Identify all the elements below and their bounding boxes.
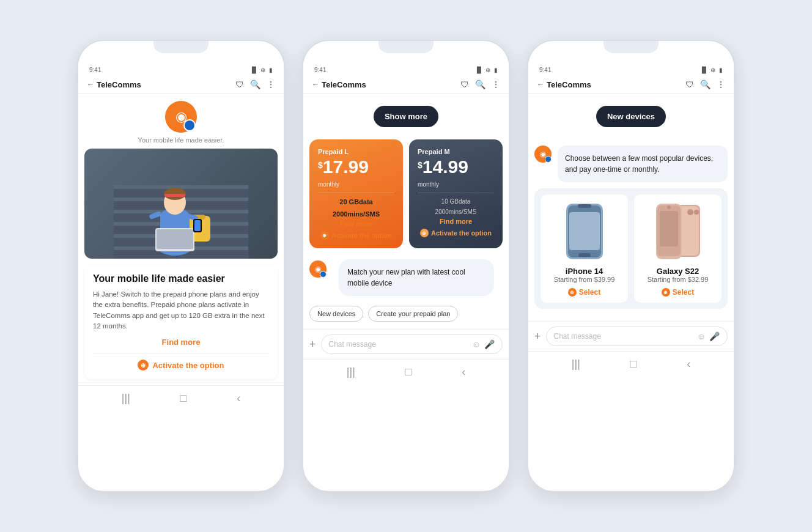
iphone-img-wrap (547, 201, 622, 262)
new-devices-wrap: New devices (528, 94, 734, 139)
back-button-1[interactable]: ← (87, 80, 94, 89)
home-indicator-2: ||| (347, 366, 355, 379)
iphone-select[interactable]: ⊕ Select (547, 288, 622, 297)
galaxy-select[interactable]: ⊕ Select (640, 288, 715, 297)
chat-input-bar-3: + Chat message ☺ 🎤 (528, 321, 734, 351)
bottom-bar-2: ||| □ ‹ (303, 359, 509, 383)
more-icon-1[interactable]: ⋮ (267, 79, 275, 89)
hero-image (84, 149, 278, 259)
notch-cutout-2 (378, 41, 434, 53)
notch-3 (528, 41, 734, 63)
back-button-3[interactable]: ← (537, 80, 544, 89)
plan-card-2: Prepaid M $ 14.99 monthly 10 GBdata 2000… (409, 139, 503, 248)
nav-title-3: TeleComms (547, 80, 685, 89)
plan2-activate[interactable]: ⊕ Activate the option (418, 229, 494, 237)
bot-logo-icon-3: ◉ (540, 150, 546, 158)
back-button-2[interactable]: ← (312, 80, 319, 89)
svg-rect-24 (578, 253, 591, 257)
status-bar-3: 9:41 ▉ ⊕ ▮ (528, 63, 734, 76)
phone1-card: Your mobile life made easier Hi Jane! Sw… (84, 265, 278, 379)
galaxy-select-label: Select (673, 288, 694, 297)
plan2-find[interactable]: Find more (418, 218, 494, 225)
bot-logo: ◉ (309, 260, 327, 278)
chat-plus-icon-2[interactable]: + (309, 338, 316, 351)
emoji-icon-3[interactable]: ☺ (697, 331, 706, 341)
galaxy-price: Starting from $32.99 (640, 276, 715, 283)
galaxy-svg (654, 202, 703, 260)
plan1-activate[interactable]: ⊕ Activate the option (318, 231, 394, 240)
plan1-label: Prepaid L (318, 148, 394, 155)
chat-input-bar-2: + Chat message ☺ 🎤 (303, 329, 509, 359)
svg-point-28 (694, 210, 699, 215)
show-more-bubble[interactable]: Show more (374, 106, 438, 127)
chip-new-devices[interactable]: New devices (309, 306, 363, 322)
card-body-1: Hi Jane! Switch to the prepaid phone pla… (93, 289, 269, 331)
plan-card-1: Prepaid L $ 17.99 monthly 20 GBdata 2000… (309, 139, 403, 248)
search-icon-1[interactable]: 🔍 (250, 79, 260, 89)
plan1-data: 20 GBdata (318, 198, 394, 205)
svg-rect-17 (157, 229, 193, 249)
battery-icon-3: ▮ (719, 67, 723, 73)
notch-cutout-3 (603, 41, 659, 53)
iphone-svg (563, 202, 606, 260)
more-icon-3[interactable]: ⋮ (717, 79, 725, 89)
emoji-icon-2[interactable]: ☺ (472, 339, 481, 349)
nav-actions-3: 🛡 🔍 ⋮ (685, 79, 725, 89)
nav-title-1: TeleComms (97, 80, 235, 89)
status-icons-3: ▉ ⊕ ▮ (702, 67, 723, 73)
chat-icons-2: ☺ 🎤 (472, 339, 495, 349)
bottom-bar-1: ||| □ ‹ (78, 385, 284, 410)
svg-rect-23 (569, 212, 600, 250)
chat-input-3[interactable]: Chat message ☺ 🎤 (546, 327, 728, 346)
find-more-link-1[interactable]: Find more (93, 338, 269, 347)
mic-icon-2[interactable]: 🎤 (484, 339, 495, 349)
battery-icon: ▮ (269, 67, 273, 73)
plan2-label: Prepaid M (418, 148, 494, 155)
bot-message-wrap: ◉ Match your new plan with latest cool m… (312, 259, 500, 296)
plan2-data: 10 GBdata (418, 198, 494, 205)
iphone-select-label: Select (579, 288, 600, 297)
plan2-dollar: $ (418, 160, 423, 170)
triangle-icon-3: ‹ (687, 358, 690, 371)
mic-icon-3[interactable]: 🎤 (709, 331, 720, 341)
plan1-divider (318, 193, 394, 193)
triangle-icon-1: ‹ (237, 392, 240, 405)
shield-icon-1: 🛡 (235, 79, 244, 89)
new-devices-bubble: New devices (596, 106, 666, 127)
more-icon-2[interactable]: ⋮ (492, 79, 500, 89)
plan1-price-wrap: $ 17.99 (318, 158, 394, 176)
chat-input-2[interactable]: Chat message ☺ 🎤 (321, 334, 503, 354)
search-icon-3[interactable]: 🔍 (700, 79, 711, 89)
bottom-bar-3: ||| □ ‹ (528, 351, 734, 375)
signal-icon-3: ▉ (702, 67, 707, 73)
bot-avatar-3: ◉ (534, 146, 552, 163)
triangle-icon-2: ‹ (462, 366, 465, 379)
search-icon-2[interactable]: 🔍 (475, 79, 485, 89)
show-more-label: Show more (385, 112, 427, 121)
bot-message-bubble: Match your new plan with latest cool mob… (339, 259, 494, 296)
activate-btn-1[interactable]: ⊕ Activate the option (93, 360, 269, 371)
nav-actions-1: 🛡 🔍 ⋮ (235, 79, 275, 89)
phone-1: 9:41 ▉ ⊕ ▮ ← TeleComms 🛡 🔍 ⋮ ◉ Your mobi… (77, 40, 285, 492)
bot-message-text: Match your new plan with latest cool mob… (347, 268, 465, 287)
nav-actions-2: 🛡 🔍 ⋮ (460, 79, 500, 89)
activate-icon-1: ⊕ (138, 360, 149, 371)
plan2-divider (418, 193, 494, 193)
chat-icons-3: ☺ 🎤 (697, 331, 720, 341)
plan1-find[interactable]: Find more (318, 220, 394, 227)
plan1-amount: 17.99 (323, 158, 369, 176)
svg-point-27 (687, 209, 693, 215)
svg-rect-13 (164, 194, 185, 197)
divider-1 (93, 353, 269, 353)
plan-cards: Prepaid L $ 17.99 monthly 20 GBdata 2000… (303, 139, 509, 254)
notch-1 (78, 41, 284, 63)
square-icon-2: □ (405, 366, 412, 379)
nav-bar-1: ← TeleComms 🛡 🔍 ⋮ (78, 76, 284, 94)
chip-create-plan[interactable]: Create your prepaid plan (368, 306, 458, 322)
plan1-activate-label: Activate the option (331, 232, 392, 239)
wifi-icon-3: ⊕ (711, 67, 715, 73)
activate-label-1: Activate the option (152, 361, 224, 370)
shield-icon-3: 🛡 (685, 79, 694, 89)
chat-plus-icon-3[interactable]: + (534, 330, 541, 343)
plan2-activate-label: Activate the option (431, 229, 492, 237)
